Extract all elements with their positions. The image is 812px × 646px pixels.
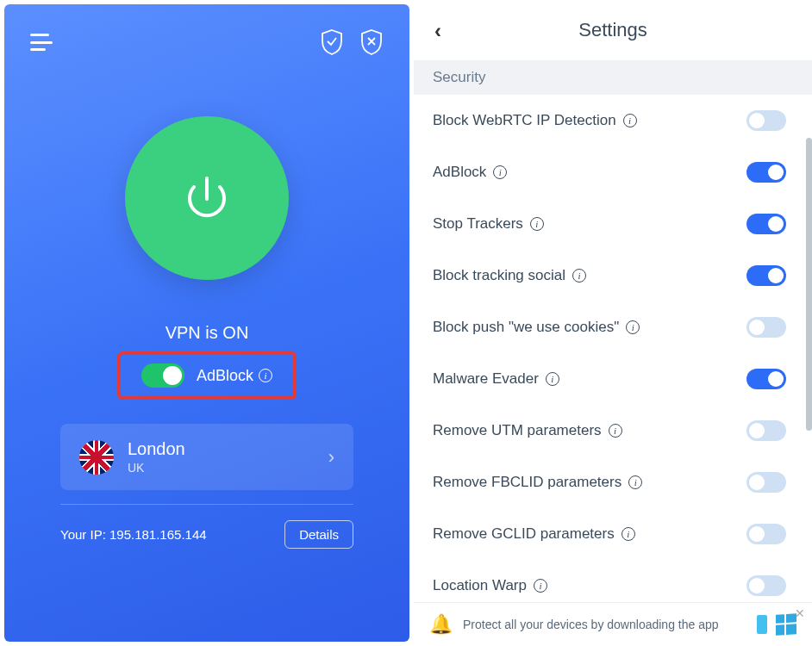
setting-row: Block tracking sociali <box>414 250 812 301</box>
settings-list: Block WebRTC IP DetectioniAdBlockiStop T… <box>414 95 812 602</box>
info-icon[interactable]: i <box>621 527 635 541</box>
details-button[interactable]: Details <box>284 520 353 549</box>
settings-panel: ‹ Settings Security Block WebRTC IP Dete… <box>414 0 812 646</box>
ip-label: Your IP: 195.181.165.144 <box>60 527 207 542</box>
info-icon[interactable]: i <box>626 320 640 334</box>
location-country: UK <box>128 461 315 475</box>
location-selector[interactable]: London UK › <box>60 424 353 490</box>
left-topbar <box>4 4 409 56</box>
setting-toggle[interactable] <box>746 265 786 286</box>
setting-label-text: Malware Evader <box>433 370 539 388</box>
info-icon[interactable]: i <box>623 114 637 127</box>
setting-label: Block WebRTC IP Detectioni <box>433 112 637 129</box>
setting-label: Remove FBCLID parametersi <box>433 474 642 491</box>
adblock-label: AdBlock i <box>197 367 272 385</box>
windows-icon <box>776 613 796 636</box>
setting-toggle[interactable] <box>746 162 786 183</box>
setting-label-text: Block push "we use cookies" <box>433 319 619 336</box>
setting-row: Block WebRTC IP Detectioni <box>414 95 812 146</box>
info-icon[interactable]: i <box>572 269 586 283</box>
info-icon[interactable]: i <box>530 217 544 231</box>
info-icon[interactable]: i <box>609 424 622 438</box>
adblock-highlight-box: AdBlock i <box>117 351 297 400</box>
bell-icon: 🔔 <box>429 613 453 636</box>
setting-row: Remove FBCLID parametersi <box>414 457 812 508</box>
power-button[interactable] <box>125 116 289 280</box>
settings-title: Settings <box>578 19 647 41</box>
menu-icon[interactable] <box>30 34 53 51</box>
uk-flag-icon <box>79 440 114 475</box>
setting-label-text: Remove GCLID parameters <box>433 525 615 543</box>
settings-header: ‹ Settings <box>414 0 812 60</box>
setting-label: Stop Trackersi <box>433 215 544 233</box>
info-icon[interactable]: i <box>493 165 507 179</box>
setting-row: Malware Evaderi <box>414 353 812 405</box>
setting-toggle[interactable] <box>746 369 786 389</box>
setting-label: Remove UTM parametersi <box>433 422 622 439</box>
phone-icon <box>757 615 767 634</box>
vpn-main-panel: VPN is ON AdBlock i London UK › Your IP:… <box>4 4 409 642</box>
setting-label: Block tracking sociali <box>433 267 586 284</box>
setting-row: AdBlocki <box>414 146 812 198</box>
topbar-icons <box>320 28 384 56</box>
power-icon <box>177 168 237 228</box>
ip-row: Your IP: 195.181.165.144 Details <box>60 504 353 549</box>
setting-toggle[interactable] <box>746 524 786 544</box>
setting-label-text: Location Warp <box>433 577 527 594</box>
setting-label: Malware Evaderi <box>433 370 559 388</box>
info-icon[interactable]: i <box>628 475 642 489</box>
info-icon[interactable]: i <box>259 369 272 382</box>
setting-label-text: AdBlock <box>433 164 486 181</box>
location-text: London UK <box>128 439 315 475</box>
device-icons[interactable] <box>757 614 796 635</box>
setting-toggle[interactable] <box>746 575 786 596</box>
shield-check-icon[interactable] <box>320 28 344 56</box>
setting-label-text: Block tracking social <box>433 267 565 284</box>
setting-label-text: Remove UTM parameters <box>433 422 602 439</box>
adblock-label-text: AdBlock <box>197 367 253 385</box>
chevron-right-icon: › <box>328 446 334 469</box>
security-section-header: Security <box>414 60 812 95</box>
setting-toggle[interactable] <box>746 420 786 441</box>
close-icon[interactable]: ✕ <box>795 606 805 620</box>
info-icon[interactable]: i <box>534 579 547 593</box>
setting-toggle[interactable] <box>746 110 786 131</box>
setting-row: Location Warpi <box>414 560 812 602</box>
setting-label: Location Warpi <box>433 577 547 594</box>
promo-bar: 🔔 Protect all your devices by downloadin… <box>414 602 812 646</box>
setting-row: Remove UTM parametersi <box>414 405 812 457</box>
setting-row: Remove GCLID parametersi <box>414 508 812 560</box>
promo-text: Protect all your devices by downloading … <box>463 617 746 632</box>
shield-x-icon[interactable] <box>359 28 384 56</box>
setting-row: Stop Trackersi <box>414 198 812 250</box>
setting-toggle[interactable] <box>746 214 786 234</box>
vpn-status-text: VPN is ON <box>166 323 249 343</box>
setting-toggle[interactable] <box>746 317 786 338</box>
setting-label-text: Block WebRTC IP Detection <box>433 112 616 129</box>
back-button[interactable]: ‹ <box>434 19 441 43</box>
adblock-toggle[interactable] <box>141 363 184 388</box>
setting-label-text: Remove FBCLID parameters <box>433 474 621 491</box>
location-city: London <box>128 439 315 459</box>
setting-label-text: Stop Trackers <box>433 215 523 233</box>
info-icon[interactable]: i <box>546 372 559 386</box>
setting-toggle[interactable] <box>746 472 786 493</box>
setting-label: AdBlocki <box>433 164 507 181</box>
setting-label: Block push "we use cookies"i <box>433 319 640 336</box>
scrollbar[interactable] <box>806 138 812 431</box>
setting-row: Block push "we use cookies"i <box>414 301 812 353</box>
setting-label: Remove GCLID parametersi <box>433 525 635 543</box>
